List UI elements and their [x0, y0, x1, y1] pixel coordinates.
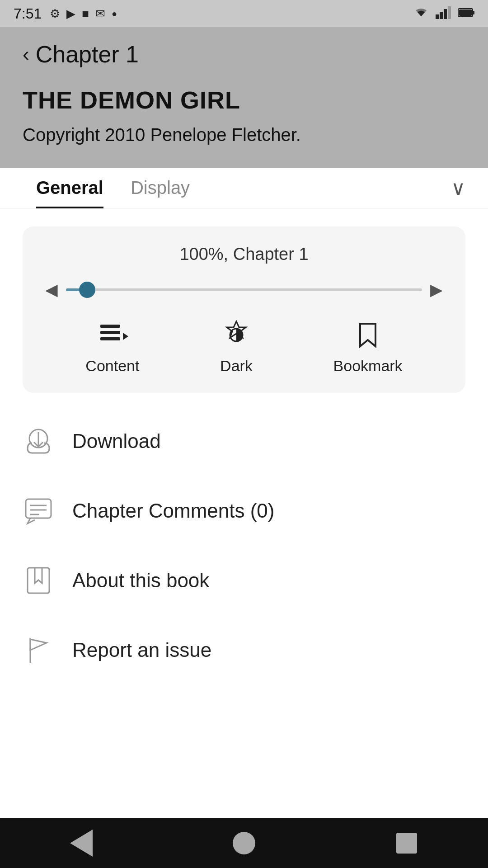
- content-icon: [97, 319, 128, 351]
- svg-rect-1: [440, 12, 443, 19]
- nav-home-button[interactable]: [226, 825, 262, 861]
- slider-right-arrow[interactable]: ▶: [430, 280, 443, 299]
- settings-icon: ⚙: [50, 7, 60, 21]
- svg-rect-2: [444, 9, 447, 19]
- action-bookmark[interactable]: Bookmark: [333, 319, 403, 375]
- mail-icon: ✉: [95, 7, 105, 21]
- battery-icon: [458, 8, 474, 19]
- nav-back-icon: [70, 830, 93, 857]
- tabs-container: General Display ∨: [0, 168, 488, 208]
- nav-recents-button[interactable]: [389, 825, 425, 861]
- bottom-nav: [0, 818, 488, 868]
- action-dark[interactable]: Dark: [220, 319, 253, 375]
- tab-display[interactable]: Display: [117, 168, 203, 208]
- stop-icon: ■: [82, 7, 89, 21]
- svg-rect-0: [436, 14, 439, 19]
- menu-item-chapter-comments[interactable]: Chapter Comments (0): [0, 476, 488, 546]
- progress-label: 100%, Chapter 1: [45, 245, 443, 264]
- svg-marker-10: [123, 333, 128, 340]
- chevron-down-icon[interactable]: ∨: [451, 176, 465, 199]
- dark-label: Dark: [220, 357, 253, 375]
- nav-back-button[interactable]: [63, 825, 99, 861]
- signal-icon: [436, 6, 452, 21]
- menu-item-report-issue[interactable]: Report an issue: [0, 615, 488, 685]
- progress-slider-row: ◀ ▶: [45, 280, 443, 299]
- progress-card: 100%, Chapter 1 ◀ ▶ Content: [23, 226, 465, 393]
- svg-rect-7: [100, 325, 120, 328]
- wifi-icon: [413, 6, 429, 21]
- menu-item-about-book[interactable]: About this book: [0, 546, 488, 615]
- book-title: THE DEMON GIRL: [23, 86, 465, 114]
- svg-rect-3: [448, 6, 451, 19]
- chapter-title: Chapter 1: [36, 41, 139, 68]
- svg-rect-14: [26, 499, 51, 518]
- book-header: ‹ Chapter 1 THE DEMON GIRL Copyright 201…: [0, 27, 488, 168]
- nav-home-icon: [233, 832, 255, 854]
- menu-list: Download Chapter Comments (0) About this…: [0, 402, 488, 689]
- bookmark-label: Bookmark: [333, 357, 403, 375]
- dark-icon: [221, 319, 252, 351]
- progress-slider-track[interactable]: [66, 288, 422, 291]
- comment-icon: [23, 495, 54, 527]
- flag-icon: [23, 634, 54, 666]
- menu-download-label: Download: [72, 430, 161, 453]
- back-arrow-icon: ‹: [23, 44, 29, 64]
- menu-item-download[interactable]: Download: [0, 406, 488, 476]
- status-time: 7:51: [14, 5, 42, 22]
- play-icon: ▶: [66, 7, 75, 21]
- dot-icon: ●: [112, 9, 117, 19]
- book-copyright: Copyright 2010 Penelope Fletcher.: [23, 125, 465, 145]
- bookmark-book-icon: [23, 565, 54, 596]
- svg-rect-6: [459, 9, 472, 16]
- nav-recents-icon: [396, 833, 417, 854]
- action-icons-row: Content Dark Bookmark: [45, 319, 443, 375]
- svg-rect-5: [473, 11, 474, 14]
- slider-left-arrow[interactable]: ◀: [45, 280, 58, 299]
- progress-slider-thumb[interactable]: [79, 282, 95, 298]
- svg-rect-8: [100, 331, 120, 334]
- download-icon: [23, 425, 54, 457]
- status-bar: 7:51 ⚙ ▶ ■ ✉ ●: [0, 0, 488, 27]
- menu-report-issue-label: Report an issue: [72, 639, 211, 661]
- menu-chapter-comments-label: Chapter Comments (0): [72, 500, 274, 522]
- svg-rect-9: [100, 337, 120, 340]
- bookmark-icon: [352, 319, 384, 351]
- back-nav[interactable]: ‹ Chapter 1: [23, 41, 465, 68]
- content-label: Content: [85, 357, 139, 375]
- menu-about-book-label: About this book: [72, 569, 209, 592]
- tab-general[interactable]: General: [23, 168, 117, 208]
- action-content[interactable]: Content: [85, 319, 139, 375]
